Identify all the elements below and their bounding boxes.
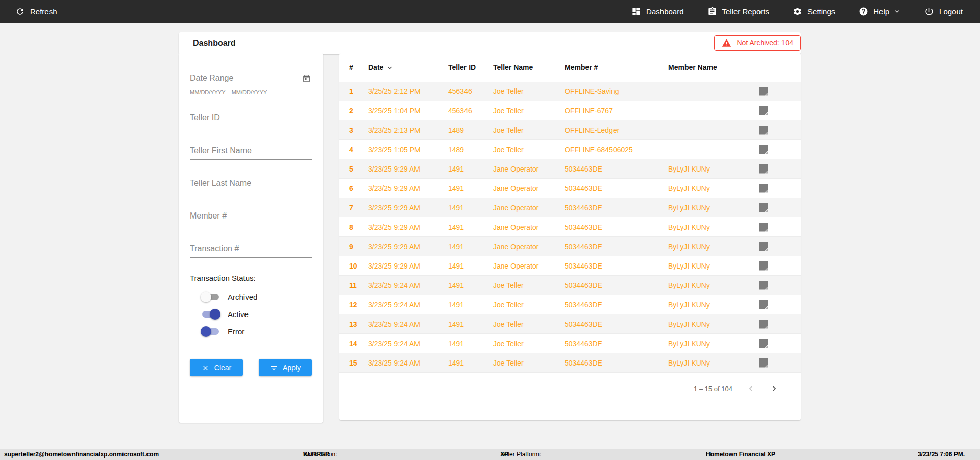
table-row[interactable]: 7 3/23/25 9:29 AM 1491 Jane Operator 503… — [339, 198, 801, 217]
table-row[interactable]: 9 3/23/25 9:29 AM 1491 Jane Operator 503… — [339, 237, 801, 256]
transaction-status-label: Transaction Status: — [190, 274, 312, 282]
error-toggle[interactable] — [202, 328, 219, 335]
table-row[interactable]: 15 3/23/25 9:24 AM 1491 Joe Teller 50344… — [339, 353, 801, 373]
teller-first-name-field — [190, 143, 312, 160]
nav-item-help[interactable]: Help — [859, 7, 901, 16]
row-number: 7 — [349, 204, 368, 212]
cell-member-num: 5034463DE — [565, 243, 668, 251]
table-row[interactable]: 1 3/25/25 2:12 PM 456346 Joe Teller OFFL… — [339, 82, 801, 101]
note-icon[interactable] — [760, 106, 768, 115]
row-number: 13 — [349, 320, 368, 328]
clear-button-label: Clear — [214, 364, 231, 372]
note-icon[interactable] — [760, 281, 768, 290]
next-page-button[interactable] — [769, 383, 779, 394]
fi-label: FI: — [706, 449, 713, 460]
note-icon[interactable] — [760, 223, 768, 232]
note-icon[interactable] — [760, 87, 768, 96]
row-number: 6 — [349, 184, 368, 192]
nav-item-dashboard[interactable]: Dashboard — [631, 7, 683, 16]
archived-toggle[interactable] — [202, 294, 219, 300]
calendar-icon[interactable] — [302, 74, 311, 83]
date-format-hint: MM/DD/YYYY – MM/DD/YYYY — [190, 89, 312, 95]
cell-member-name: ByLyJI KUNy — [668, 165, 760, 173]
filter-icon — [270, 364, 278, 372]
table-row[interactable]: 12 3/23/25 9:24 AM 1491 Joe Teller 50344… — [339, 295, 801, 314]
note-icon[interactable] — [760, 145, 768, 154]
teller-first-name-input[interactable] — [190, 143, 312, 160]
cell-teller-id: 1491 — [448, 262, 493, 270]
page-header: Dashboard Not Archived: 104 — [179, 32, 801, 54]
row-number: 4 — [349, 146, 368, 154]
cell-teller-name: Jane Operator — [493, 165, 565, 173]
cell-teller-id: 1491 — [448, 165, 493, 173]
date-range-input[interactable] — [190, 70, 312, 87]
table-row[interactable]: 13 3/23/25 9:24 AM 1491 Joe Teller 50344… — [339, 314, 801, 334]
cell-date: 3/25/25 1:04 PM — [368, 107, 448, 115]
nav-item-logout[interactable]: Logout — [924, 7, 963, 16]
row-number: 8 — [349, 223, 368, 231]
column-header-date[interactable]: Date — [368, 63, 448, 72]
table-row[interactable]: 4 3/23/25 1:05 PM 1489 Joe Teller OFFLIN… — [339, 140, 801, 159]
cell-member-name: ByLyJI KUNy — [668, 301, 760, 309]
clipboard-icon — [707, 7, 717, 16]
pagination: 1 – 15 of 104 — [694, 383, 779, 394]
table-row[interactable]: 2 3/25/25 1:04 PM 456346 Joe Teller OFFL… — [339, 101, 801, 120]
current-datetime: 3/23/25 7:06 PM. — [918, 449, 965, 460]
fi-value: Hometown Financial XP — [706, 451, 775, 458]
note-icon[interactable] — [760, 164, 768, 174]
note-icon[interactable] — [760, 261, 768, 271]
note-icon[interactable] — [760, 184, 768, 193]
table-row[interactable]: 14 3/23/25 9:24 AM 1491 Joe Teller 50344… — [339, 334, 801, 353]
teller-id-input[interactable] — [190, 110, 312, 127]
note-icon[interactable] — [760, 339, 768, 348]
table-row[interactable]: 11 3/23/25 9:24 AM 1491 Joe Teller 50344… — [339, 276, 801, 295]
row-number: 10 — [349, 262, 368, 270]
cell-member-num: 5034463DE — [565, 204, 668, 212]
cell-member-name: ByLyJI KUNy — [668, 204, 760, 212]
apply-button[interactable]: Apply — [259, 359, 312, 376]
note-icon[interactable] — [760, 126, 768, 135]
active-toggle[interactable] — [202, 311, 219, 318]
previous-page-button[interactable] — [746, 383, 756, 394]
table-row[interactable]: 6 3/23/25 9:29 AM 1491 Jane Operator 503… — [339, 179, 801, 198]
column-header-teller-name: Teller Name — [493, 63, 565, 71]
refresh-icon — [15, 7, 25, 16]
cell-teller-name: Joe Teller — [493, 340, 565, 348]
help-icon — [859, 7, 868, 16]
cell-teller-id: 1491 — [448, 184, 493, 192]
filter-panel: MM/DD/YYYY – MM/DD/YYYY Transaction Stat… — [179, 53, 323, 423]
cell-teller-id: 456346 — [448, 107, 493, 115]
cell-teller-name: Joe Teller — [493, 146, 565, 154]
cell-teller-name: Jane Operator — [493, 243, 565, 251]
cell-member-name: ByLyJI KUNy — [668, 243, 760, 251]
table-row[interactable]: 5 3/23/25 9:29 AM 1491 Jane Operator 503… — [339, 159, 801, 179]
note-icon[interactable] — [760, 320, 768, 329]
note-icon[interactable] — [760, 203, 768, 212]
clear-button[interactable]: Clear — [190, 359, 243, 376]
cell-member-name: ByLyJI KUNy — [668, 184, 760, 192]
row-number: 5 — [349, 165, 368, 173]
teller-last-name-input[interactable] — [190, 176, 312, 192]
not-archived-badge[interactable]: Not Archived: 104 — [714, 35, 801, 51]
table-row[interactable]: 8 3/23/25 9:29 AM 1491 Jane Operator 503… — [339, 217, 801, 237]
transaction-number-input[interactable] — [190, 241, 312, 258]
teller-last-name-field — [190, 176, 312, 192]
table-body: 1 3/25/25 2:12 PM 456346 Joe Teller OFFL… — [339, 82, 801, 373]
navbar-menu: Dashboard Teller Reports Settings Help — [631, 7, 963, 16]
filter-buttons: Clear Apply — [190, 359, 312, 376]
table-row[interactable]: 10 3/23/25 9:29 AM 1491 Jane Operator 50… — [339, 256, 801, 276]
gear-icon — [793, 7, 802, 16]
cell-date: 3/23/25 9:29 AM — [368, 165, 448, 173]
date-header-label: Date — [368, 63, 383, 71]
note-icon[interactable] — [760, 242, 768, 251]
note-icon[interactable] — [760, 358, 768, 368]
table-header-row: # Date Teller ID Teller Name Member # Me… — [339, 53, 801, 82]
table-row[interactable]: 3 3/23/25 2:13 PM 1489 Joe Teller OFFLIN… — [339, 120, 801, 140]
refresh-button[interactable]: Refresh — [15, 7, 57, 16]
member-number-input[interactable] — [190, 208, 312, 225]
nav-item-settings[interactable]: Settings — [793, 7, 835, 16]
cell-teller-name: Joe Teller — [493, 320, 565, 328]
note-icon[interactable] — [760, 300, 768, 309]
cell-date: 3/23/25 9:29 AM — [368, 262, 448, 270]
nav-item-teller-reports[interactable]: Teller Reports — [707, 7, 770, 16]
